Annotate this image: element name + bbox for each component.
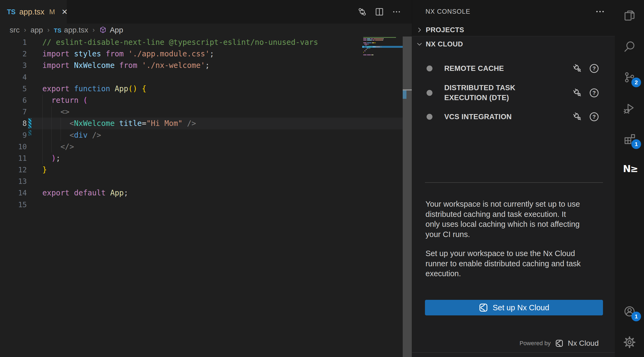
breadcrumb-label: App [110,26,123,34]
nx-cloud-brand-label: Nx Cloud [568,339,599,348]
code-line-4[interactable]: 4 [0,71,403,83]
activity-item-search[interactable] [615,34,644,59]
breadcrumb-item-src[interactable]: src [10,26,20,34]
badge: 1 [631,139,641,149]
activity-item-explorer[interactable] [615,3,644,28]
breadcrumb-label: src [10,26,20,34]
breadcrumb-label: app [31,26,43,34]
feature-label: VCS INTEGRATION [444,112,512,122]
code-text: </> [42,141,74,152]
breadcrumb: src›app›TSapp.tsx›App [0,24,403,36]
powered-by-label: Powered by [520,340,551,347]
code-line-14[interactable]: 14export default App; [0,187,403,199]
set-up-nx-cloud-button-label: Set up Nx Cloud [493,303,549,312]
code-line-15[interactable]: 15 [0,199,403,210]
gutter-modified-marker [28,130,31,136]
workspace-status-text: Your workspace is not currently set up t… [425,199,607,239]
code-line-6[interactable]: 6 return ( [0,94,403,106]
breadcrumb-item-app-tsx[interactable]: TSapp.tsx [54,26,88,34]
tab-app-tsx[interactable]: TS app.tsx M ✕ [0,0,66,24]
code-line-11[interactable]: 11 ); [0,152,403,164]
activity-item-accounts[interactable]: 1 [615,299,644,324]
line-number[interactable]: 4 [0,71,27,83]
code-text: import NxWelcome from './nx-welcome'; [42,60,210,71]
code-text: <div /> [42,129,101,141]
feature-vcs-integration: VCS INTEGRATION? [412,110,615,124]
minimap[interactable] [362,37,403,62]
code-text: } [42,164,47,176]
tab-close-icon[interactable]: ✕ [61,8,68,16]
section-common-nx-commands[interactable]: COMMON NX COMMANDS [412,352,615,357]
code-line-12[interactable]: 12} [0,164,403,176]
breadcrumb-item-app[interactable]: app [31,26,43,34]
code-line-10[interactable]: 10 </> [0,141,403,152]
nx-cloud-section-body: NX CLOUD REMOTE CACHE?DISTRIBUTED TASK E… [412,36,615,357]
line-number[interactable]: 8 [0,118,27,129]
help-question-icon[interactable]: ? [589,111,600,122]
feature-label: DISTRIBUTED TASK EXECUTION (DTE) [444,83,560,103]
code-line-1[interactable]: 1// eslint-disable-next-line @typescript… [0,37,403,48]
chevron-right-icon [416,356,423,357]
line-number[interactable]: 2 [0,48,27,60]
activity-item-nx-console[interactable]: N≥ [615,158,644,182]
activity-item-run-and-debug[interactable] [615,96,644,121]
breadcrumb-separator-icon: › [24,26,26,34]
section-nx-cloud-label: NX CLOUD [426,40,463,48]
line-number[interactable]: 7 [0,106,27,118]
line-number[interactable]: 6 [0,94,27,106]
line-number[interactable]: 3 [0,60,27,71]
breadcrumb-label: app.tsx [64,26,88,34]
code-line-5[interactable]: 5export function App() { [0,83,403,94]
line-number[interactable]: 5 [0,83,27,94]
line-number[interactable]: 9 [0,129,27,141]
minimap-modified-marker [362,46,364,48]
line-number[interactable]: 11 [0,152,27,164]
open-changes-icon[interactable] [357,7,367,17]
more-actions-icon[interactable] [391,7,402,17]
connect-plug-icon[interactable] [572,63,583,74]
section-projects[interactable]: PROJECTS [412,24,615,36]
line-number[interactable]: 1 [0,37,27,48]
search-icon [623,40,636,53]
help-question-icon[interactable]: ? [589,87,600,99]
activity-item-extensions[interactable]: 1 [615,127,644,151]
code-line-13[interactable]: 13 [0,176,403,187]
tab-file-name: app.tsx [19,8,45,16]
chevron-right-icon [416,26,423,34]
code-text: // eslint-disable-next-line @typescript-… [42,37,318,48]
feature-label: REMOTE CACHE [444,64,504,74]
git-modified-badge: M [49,8,55,16]
line-number[interactable]: 15 [0,199,27,210]
panel-title-row: NX CONSOLE [412,5,615,18]
editor-scrollbar[interactable] [403,37,412,357]
powered-by-row: Powered by Nx Cloud [520,337,599,349]
split-editor-icon[interactable] [374,7,384,17]
activity-item-manage-settings[interactable] [615,330,644,355]
activity-bar: 21N≥1 [615,0,644,357]
connect-plug-icon[interactable] [572,111,583,122]
set-up-nx-cloud-button[interactable]: Set up Nx Cloud [425,300,603,315]
panel-title: NX CONSOLE [425,8,470,15]
status-dot-icon [427,90,432,96]
panel-more-actions-icon[interactable] [594,6,606,17]
line-number[interactable]: 13 [0,176,27,187]
code-line-3[interactable]: 3import NxWelcome from './nx-welcome'; [0,60,403,71]
badge: 2 [631,78,641,87]
line-number[interactable]: 12 [0,164,27,176]
indent-guide [51,106,52,152]
code-line-2[interactable]: 2import styles from './app.module.css'; [0,48,403,60]
section-nx-cloud[interactable]: NX CLOUD [412,38,615,50]
badge: 1 [631,312,641,321]
panel-bottom-sections: COMMON NX COMMANDSGENERATE & RUN TARGETH… [412,352,615,357]
connect-plug-icon[interactable] [572,87,583,99]
code-text: return ( [42,94,88,106]
line-number[interactable]: 10 [0,141,27,152]
breadcrumb-item-app[interactable]: App [99,26,123,34]
code-text: <NxWelcome title="Hi Mom" /> [42,118,196,129]
help-question-icon[interactable]: ? [589,63,600,74]
code-line-7[interactable]: 7 <> [0,106,403,118]
line-number[interactable]: 14 [0,187,27,199]
activity-item-source-control[interactable]: 2 [615,65,644,90]
files-icon [623,9,636,22]
status-dot-icon [427,114,432,120]
